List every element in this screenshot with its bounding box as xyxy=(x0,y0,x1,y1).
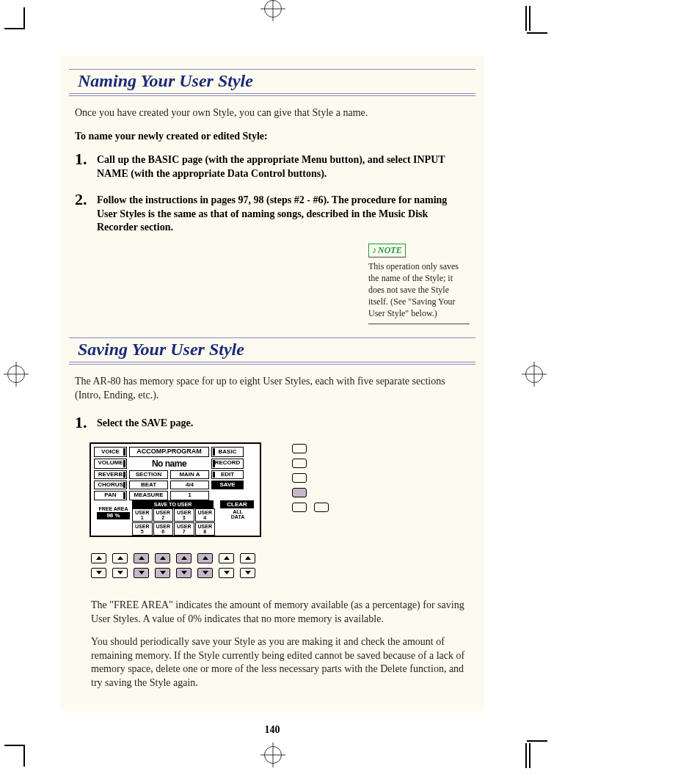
triangle-up-icon xyxy=(203,556,208,560)
triangle-down-icon xyxy=(160,571,166,574)
up-button xyxy=(155,553,170,563)
triangle-up-icon xyxy=(96,556,102,560)
lcd-field-section-value: MAIN A xyxy=(170,470,209,479)
user-row: USER5 USER6 USER7 USER8 xyxy=(132,522,215,536)
triangle-down-icon xyxy=(117,571,123,574)
crop-mark xyxy=(525,6,527,31)
lcd-field-section-label: SECTION xyxy=(129,470,168,479)
lcd-user-5: USER5 xyxy=(132,522,153,536)
triangle-down-icon xyxy=(139,571,145,574)
lcd-tab-record: RECORD xyxy=(211,459,244,469)
intro-text: Once you have created your own Style, yo… xyxy=(75,106,470,120)
lcd-tab-pan: PAN xyxy=(94,491,127,500)
save-periodic-paragraph: You should periodically save your Style … xyxy=(91,635,470,691)
up-button xyxy=(112,553,128,563)
triangle-down-icon xyxy=(181,571,187,574)
down-button xyxy=(240,568,255,578)
free-area-paragraph: The "FREE AREA" indicates the amount of … xyxy=(91,599,470,627)
lcd-tab-save: SAVE xyxy=(211,481,244,489)
crop-mark xyxy=(527,32,547,34)
crop-mark xyxy=(4,28,25,29)
note-box: ♪NOTE This operation only saves the name… xyxy=(368,244,470,324)
side-button xyxy=(292,444,307,453)
lcd-clear: CLEAR xyxy=(220,500,254,508)
side-button xyxy=(292,459,307,468)
side-button-selected xyxy=(292,488,307,497)
down-button xyxy=(219,568,234,578)
registration-mark xyxy=(264,746,282,764)
page-number: 140 xyxy=(60,724,484,736)
down-button xyxy=(91,568,106,578)
lcd-tab-basic: BASIC xyxy=(211,447,244,456)
registration-mark xyxy=(7,365,25,383)
lcd-user-6: USER6 xyxy=(153,522,174,536)
lcd-field-measure-value: 1 xyxy=(170,491,209,500)
triangle-up-icon xyxy=(224,556,230,560)
crop-mark xyxy=(4,745,25,746)
step-number: 1. xyxy=(75,150,90,169)
side-button-row xyxy=(292,503,329,512)
triangle-up-icon xyxy=(139,556,145,560)
up-button xyxy=(176,553,192,563)
arrow-button-row-up xyxy=(91,553,484,563)
triangle-down-icon xyxy=(203,571,208,574)
lcd-illustration: VOICE ACCOMP.PROGRAM BASIC VOLUME No nam… xyxy=(90,442,484,537)
intro-text-2: The AR-80 has memory space for up to eig… xyxy=(75,375,470,403)
crop-mark xyxy=(23,746,25,767)
crop-mark xyxy=(527,740,547,742)
lcd-all-data: ALLDATA xyxy=(222,509,254,520)
step-1: 1. Call up the BASIC page (with the appr… xyxy=(75,150,470,181)
lead-text: To name your newly created or edited Sty… xyxy=(75,131,470,142)
step-1-save: 1. Select the SAVE page. xyxy=(75,413,470,432)
registration-mark xyxy=(525,365,543,383)
down-button xyxy=(134,568,149,578)
section-title-saving: Saving Your User Style xyxy=(69,337,475,365)
note-text: This operation only saves the name of th… xyxy=(368,261,459,319)
page-content: Naming Your User Style Once you have cre… xyxy=(60,56,484,711)
arrow-button-row-down xyxy=(91,568,484,578)
up-button xyxy=(91,553,106,563)
lcd-bottom-area: CLEAR ALLDATA FREE AREA 98 % SAVE TO USE… xyxy=(94,502,257,531)
side-button xyxy=(314,503,329,512)
side-button xyxy=(292,473,307,483)
up-button xyxy=(240,553,255,563)
down-button xyxy=(155,568,170,578)
step-number: 2. xyxy=(75,190,90,209)
step-text: Call up the BASIC page (with the appropr… xyxy=(97,150,470,181)
music-note-icon: ♪ xyxy=(372,245,376,255)
lcd-tab-voice: VOICE xyxy=(94,447,127,456)
side-buttons xyxy=(292,442,329,512)
registration-mark xyxy=(264,0,282,18)
step-number: 1. xyxy=(75,413,90,432)
up-button xyxy=(134,553,149,563)
up-button xyxy=(219,553,234,563)
triangle-up-icon xyxy=(181,556,187,560)
step-text: Follow the instructions in pages 97, 98 … xyxy=(97,190,470,236)
triangle-down-icon xyxy=(224,571,230,574)
triangle-down-icon xyxy=(245,571,251,574)
crop-mark xyxy=(525,743,527,768)
lcd-user-2: USER2 xyxy=(153,508,174,522)
triangle-up-icon xyxy=(117,556,123,560)
note-label: ♪NOTE xyxy=(368,244,406,257)
section-title-naming: Naming Your User Style xyxy=(69,69,475,96)
lcd-tab-reverb: REVERB xyxy=(94,470,127,479)
lcd-save-to-user: SAVE TO USER xyxy=(132,500,214,508)
lcd-tab-edit: EDIT xyxy=(211,470,244,479)
triangle-up-icon xyxy=(245,556,251,560)
crop-mark xyxy=(23,7,25,28)
note-label-text: NOTE xyxy=(378,245,402,255)
down-button xyxy=(197,568,213,578)
lcd-heading: ACCOMP.PROGRAM xyxy=(129,447,209,456)
user-row: USER1 USER2 USER3 USER4 xyxy=(132,508,215,522)
lcd-user-1: USER1 xyxy=(132,508,153,522)
lcd-user-4: USER4 xyxy=(195,508,216,522)
lcd-field-beat-value: 4/4 xyxy=(170,481,209,489)
lcd-field-measure-label: MEASURE xyxy=(129,491,168,500)
lcd-tab-chorus: CHORUS xyxy=(94,481,127,489)
lcd-field-beat-label: BEAT xyxy=(129,481,168,489)
triangle-down-icon xyxy=(96,571,102,574)
step-text: Select the SAVE page. xyxy=(97,413,193,431)
lcd-screen: VOICE ACCOMP.PROGRAM BASIC VOLUME No nam… xyxy=(90,442,261,537)
lcd-free-area-label: FREE AREA xyxy=(97,506,130,511)
